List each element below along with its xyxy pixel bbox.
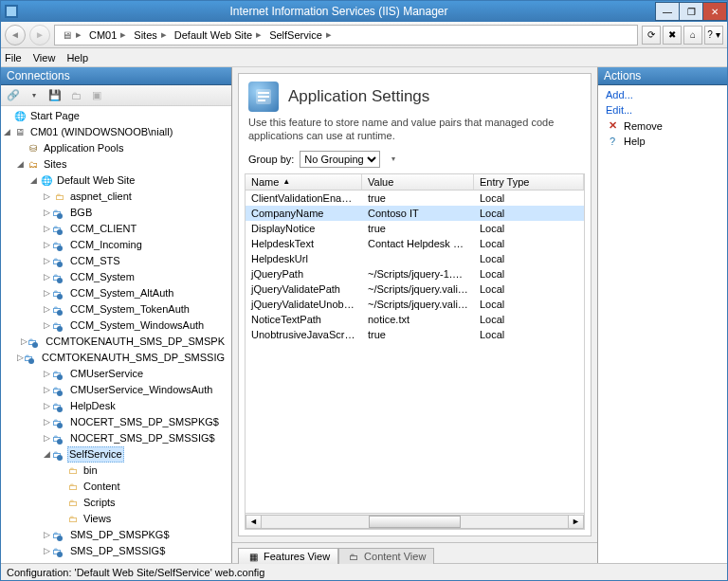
expand-icon[interactable]: ▷ [41, 190, 52, 204]
action-remove[interactable]: ✕Remove [606, 119, 719, 132]
action-help[interactable]: ?Help [606, 136, 719, 147]
tree-node[interactable]: ▷🗀CMUserService [1, 366, 231, 382]
breadcrumb-item[interactable]: SelfService▸ [266, 28, 335, 41]
tree-node[interactable]: ▷🗀SMS_DP_SMSPKG$ [1, 527, 231, 543]
expand-icon[interactable]: ▷ [41, 206, 52, 220]
column-entry[interactable]: Entry Type [474, 174, 584, 190]
tree-node[interactable]: ▷🗀NOCERT_SMS_DP_SMSSIG$ [1, 430, 231, 446]
tree-node[interactable]: ▷🗀NOCERT_SMS_DP_SMSPKG$ [1, 414, 231, 430]
tree-node[interactable]: ▷🗀CCM_System_AltAuth [1, 285, 231, 301]
expand-icon[interactable]: ▷ [41, 254, 52, 268]
back-button[interactable]: ◄ [5, 25, 26, 45]
table-row[interactable]: HelpdeskTextContact Helpdesk or IT ...Lo… [246, 236, 584, 251]
up-icon[interactable]: ▣ [88, 87, 105, 104]
tree-node[interactable]: ▷🗀CCM_Incoming [1, 237, 231, 253]
tab-features-view[interactable]: ▦Features View [238, 548, 338, 564]
tree-node[interactable]: 🗀bin [1, 463, 231, 479]
table-row[interactable]: jQueryPath~/Scripts/jquery-1.10.2....Loc… [246, 266, 584, 281]
tree-node[interactable]: ▷🗀CCM_System_WindowsAuth [1, 318, 231, 334]
tree-node[interactable]: ▷🗀aspnet_client [1, 189, 231, 205]
expand-icon[interactable]: ▷ [41, 238, 52, 252]
stop-icon[interactable]: ✖ [663, 26, 682, 45]
breadcrumb-item[interactable]: Sites▸ [131, 28, 169, 41]
tree-node[interactable]: ◢🗀SelfService [1, 446, 231, 463]
tree-node[interactable]: ⛁Application Pools [1, 140, 231, 156]
expand-icon[interactable]: ▷ [41, 544, 52, 558]
delete-icon[interactable]: 🗀 [67, 87, 84, 104]
table-row[interactable]: HelpdeskUrlLocal [246, 251, 584, 266]
tree-node[interactable]: ◢🖥CM01 (WINDOWSNOOB\niall) [1, 124, 231, 140]
expand-icon[interactable]: ◢ [27, 173, 39, 188]
scroll-thumb[interactable] [369, 516, 461, 528]
action-edit[interactable]: Edit... [606, 104, 719, 116]
table-row[interactable]: CompanyNameContoso ITLocal [246, 206, 584, 221]
tree-node[interactable]: ▷🗀CCM_System [1, 269, 231, 285]
forward-button[interactable]: ► [29, 25, 50, 45]
expand-icon[interactable]: ▷ [41, 302, 52, 317]
tree-node[interactable]: ▷🗀CMUserService_WindowsAuth [1, 382, 231, 398]
tree-node[interactable]: 🗀Views [1, 511, 231, 527]
save-icon[interactable]: 💾 [46, 87, 64, 104]
tree-node[interactable]: ▷🗀BGB [1, 205, 231, 221]
tab-content-view[interactable]: 🗀Content View [338, 548, 434, 564]
refresh-icon[interactable]: ⟳ [642, 26, 661, 45]
tree-node[interactable]: ▷🗀CCMTOKENAUTH_SMS_DP_SMSSIG [1, 350, 231, 366]
tree-node[interactable]: 🗀Content [1, 479, 231, 495]
help-dropdown-icon[interactable]: ? ▾ [704, 26, 723, 45]
tree-node[interactable]: ◢🌐Default Web Site [1, 172, 231, 189]
menu-help[interactable]: Help [66, 52, 88, 64]
column-name[interactable]: Name▲ [246, 174, 362, 190]
breadcrumb-item[interactable]: CM01▸ [86, 28, 129, 41]
breadcrumb-root[interactable]: 🖥▸ [59, 28, 84, 41]
table-row[interactable]: jQueryValidatePath~/Scripts/jquery.valid… [246, 281, 584, 297]
expand-icon[interactable]: ▷ [41, 528, 52, 542]
table-row[interactable]: jQueryValidateUnobtrusi...~/Scripts/jque… [246, 297, 584, 312]
table-row[interactable]: NoticeTextPathnotice.txtLocal [246, 312, 584, 327]
expand-icon[interactable]: ▷ [21, 335, 27, 349]
tree-node[interactable]: ▷🗀SMS_DP_SMSSIG$ [1, 543, 231, 559]
expand-icon[interactable]: ◢ [1, 125, 12, 139]
tree-node[interactable]: ▷🗀HelpDesk [1, 398, 231, 414]
menu-view[interactable]: View [33, 52, 56, 64]
close-button[interactable]: ✕ [702, 2, 727, 21]
expand-icon[interactable]: ▷ [41, 431, 52, 445]
table-row[interactable]: DisplayNoticetrueLocal [246, 221, 584, 236]
tree-node[interactable]: ◢🗂Sites [1, 156, 231, 172]
breadcrumb[interactable]: 🖥▸ CM01▸ Sites▸ Default Web Site▸ SelfSe… [54, 25, 638, 45]
table-row[interactable]: UnobtrusiveJavaScriptEn...trueLocal [246, 327, 584, 342]
home-icon[interactable]: ⌂ [683, 26, 702, 45]
expand-icon[interactable]: ▷ [41, 415, 52, 429]
dropdown-icon[interactable]: ▾ [26, 87, 43, 104]
breadcrumb-item[interactable]: Default Web Site▸ [172, 28, 264, 41]
scroll-left-icon[interactable]: ◄ [246, 515, 262, 529]
groupby-select[interactable]: No Grouping [300, 151, 380, 168]
column-value[interactable]: Value [362, 174, 474, 190]
tree-node[interactable]: ▷🗀CCM_System_TokenAuth [1, 301, 231, 318]
tree-node[interactable]: 🌐Start Page [1, 108, 231, 124]
connections-tree[interactable]: 🌐Start Page◢🖥CM01 (WINDOWSNOOB\niall)⛁Ap… [1, 106, 231, 563]
groupby-extra-icon[interactable]: ▾ [386, 154, 395, 163]
tree-node[interactable]: ▷🗀CCM_STS [1, 253, 231, 269]
maximize-button[interactable]: ❐ [679, 2, 703, 21]
action-add[interactable]: Add... [606, 89, 719, 100]
expand-icon[interactable]: ▷ [41, 383, 52, 397]
expand-icon[interactable]: ◢ [41, 447, 52, 462]
grid-body[interactable]: ClientValidationEnabledtrueLocalCompanyN… [246, 191, 584, 513]
horizontal-scrollbar[interactable]: ◄ ► [246, 513, 584, 529]
expand-icon[interactable]: ▷ [41, 222, 52, 236]
expand-icon[interactable]: ▷ [41, 399, 52, 413]
connect-icon[interactable]: 🔗 [5, 87, 22, 104]
expand-icon[interactable]: ▷ [41, 270, 52, 284]
expand-icon[interactable]: ◢ [14, 157, 26, 172]
scroll-right-icon[interactable]: ► [568, 515, 584, 529]
tree-node[interactable]: 🗀Scripts [1, 495, 231, 511]
table-row[interactable]: ClientValidationEnabledtrueLocal [246, 191, 584, 206]
expand-icon[interactable]: ▷ [41, 367, 52, 381]
expand-icon[interactable]: ▷ [17, 351, 24, 365]
tree-node[interactable]: ▷🗀CCM_CLIENT [1, 221, 231, 237]
minimize-button[interactable]: — [655, 2, 680, 21]
menu-file[interactable]: File [5, 52, 22, 64]
tree-node[interactable]: ▷🗀CCMTOKENAUTH_SMS_DP_SMSPK [1, 334, 231, 350]
expand-icon[interactable]: ▷ [41, 318, 52, 333]
expand-icon[interactable]: ▷ [41, 286, 52, 300]
